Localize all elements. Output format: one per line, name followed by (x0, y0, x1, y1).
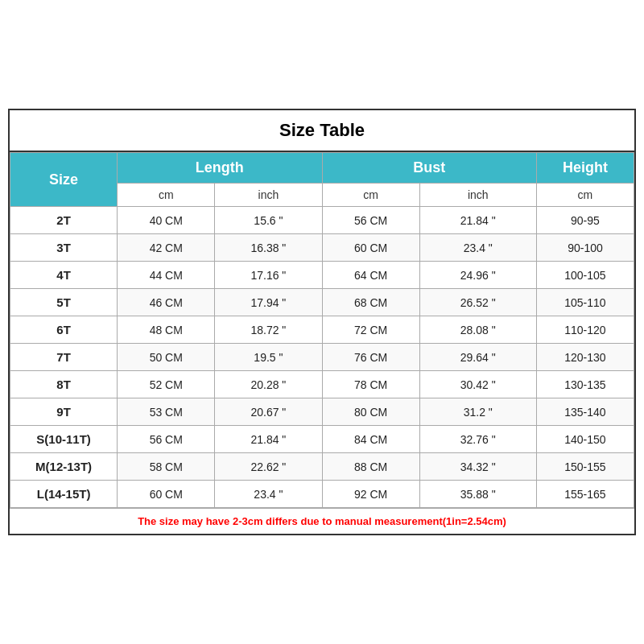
cell-size: 6T (10, 316, 118, 344)
table-row: 4T 44 CM 17.16 " 64 CM 24.96 " 100-105 (10, 262, 634, 289)
header-size: Size (10, 153, 118, 207)
cell-len-cm: 60 CM (118, 481, 215, 508)
table-row: 7T 50 CM 19.5 " 76 CM 29.64 " 120-130 (10, 344, 634, 371)
cell-size: 4T (10, 262, 118, 289)
cell-size: 9T (10, 398, 118, 426)
cell-len-inch: 15.6 " (215, 207, 322, 234)
header-row-1: Size Length Bust Height (10, 153, 634, 184)
cell-bust-inch: 21.84 " (419, 207, 536, 234)
cell-bust-cm: 72 CM (322, 316, 419, 344)
header-bust: Bust (322, 153, 536, 184)
cell-bust-inch: 28.08 " (419, 316, 536, 344)
table-title: Size Table (10, 110, 634, 152)
cell-size: 5T (10, 289, 118, 316)
cell-len-inch: 16.38 " (215, 234, 322, 262)
cell-height: 120-130 (536, 344, 634, 371)
cell-len-inch: 22.62 " (215, 453, 322, 481)
cell-len-cm: 52 CM (118, 371, 215, 398)
table-row: S(10-11T) 56 CM 21.84 " 84 CM 32.76 " 14… (10, 426, 634, 453)
cell-size: S(10-11T) (10, 426, 118, 453)
cell-height: 135-140 (536, 398, 634, 426)
cell-bust-inch: 31.2 " (419, 398, 536, 426)
cell-bust-cm: 64 CM (322, 262, 419, 289)
header-height-cm: cm (536, 184, 634, 207)
cell-len-cm: 40 CM (118, 207, 215, 234)
size-table: Size Length Bust Height cm inch cm inch … (10, 152, 634, 508)
cell-size: M(12-13T) (10, 453, 118, 481)
cell-len-inch: 20.67 " (215, 398, 322, 426)
cell-height: 100-105 (536, 262, 634, 289)
cell-bust-inch: 29.64 " (419, 344, 536, 371)
table-body: 2T 40 CM 15.6 " 56 CM 21.84 " 90-95 3T 4… (10, 207, 634, 508)
cell-height: 130-135 (536, 371, 634, 398)
cell-bust-inch: 23.4 " (419, 234, 536, 262)
table-row: 5T 46 CM 17.94 " 68 CM 26.52 " 105-110 (10, 289, 634, 316)
cell-len-inch: 19.5 " (215, 344, 322, 371)
cell-bust-inch: 34.32 " (419, 453, 536, 481)
cell-height: 110-120 (536, 316, 634, 344)
cell-len-cm: 44 CM (118, 262, 215, 289)
table-row: 2T 40 CM 15.6 " 56 CM 21.84 " 90-95 (10, 207, 634, 234)
cell-height: 90-95 (536, 207, 634, 234)
cell-bust-cm: 92 CM (322, 481, 419, 508)
cell-bust-cm: 56 CM (322, 207, 419, 234)
table-row: L(14-15T) 60 CM 23.4 " 92 CM 35.88 " 155… (10, 481, 634, 508)
cell-len-cm: 53 CM (118, 398, 215, 426)
table-row: 3T 42 CM 16.38 " 60 CM 23.4 " 90-100 (10, 234, 634, 262)
cell-len-inch: 17.16 " (215, 262, 322, 289)
cell-bust-cm: 84 CM (322, 426, 419, 453)
cell-len-inch: 23.4 " (215, 481, 322, 508)
cell-bust-cm: 78 CM (322, 371, 419, 398)
table-row: 8T 52 CM 20.28 " 78 CM 30.42 " 130-135 (10, 371, 634, 398)
cell-bust-inch: 32.76 " (419, 426, 536, 453)
cell-bust-inch: 30.42 " (419, 371, 536, 398)
cell-height: 90-100 (536, 234, 634, 262)
cell-len-cm: 50 CM (118, 344, 215, 371)
footer-note: The size may have 2-3cm differs due to m… (10, 508, 634, 534)
cell-size: 3T (10, 234, 118, 262)
cell-bust-cm: 68 CM (322, 289, 419, 316)
header-length: Length (118, 153, 322, 184)
cell-bust-cm: 80 CM (322, 398, 419, 426)
table-row: 6T 48 CM 18.72 " 72 CM 28.08 " 110-120 (10, 316, 634, 344)
cell-len-inch: 20.28 " (215, 371, 322, 398)
cell-height: 140-150 (536, 426, 634, 453)
header-height: Height (536, 153, 634, 184)
cell-len-inch: 18.72 " (215, 316, 322, 344)
size-table-container: Size Table Size Length Bust Height cm in… (8, 109, 636, 535)
table-row: 9T 53 CM 20.67 " 80 CM 31.2 " 135-140 (10, 398, 634, 426)
cell-size: L(14-15T) (10, 481, 118, 508)
header-length-cm: cm (118, 184, 215, 207)
cell-bust-cm: 76 CM (322, 344, 419, 371)
cell-len-cm: 56 CM (118, 426, 215, 453)
header-bust-cm: cm (322, 184, 419, 207)
cell-bust-cm: 88 CM (322, 453, 419, 481)
cell-height: 155-165 (536, 481, 634, 508)
header-length-inch: inch (215, 184, 322, 207)
cell-size: 2T (10, 207, 118, 234)
cell-len-cm: 58 CM (118, 453, 215, 481)
cell-len-inch: 21.84 " (215, 426, 322, 453)
cell-len-cm: 42 CM (118, 234, 215, 262)
cell-bust-inch: 24.96 " (419, 262, 536, 289)
cell-height: 105-110 (536, 289, 634, 316)
cell-size: 8T (10, 371, 118, 398)
cell-len-cm: 48 CM (118, 316, 215, 344)
cell-len-cm: 46 CM (118, 289, 215, 316)
cell-bust-inch: 35.88 " (419, 481, 536, 508)
header-bust-inch: inch (419, 184, 536, 207)
cell-height: 150-155 (536, 453, 634, 481)
cell-len-inch: 17.94 " (215, 289, 322, 316)
cell-size: 7T (10, 344, 118, 371)
cell-bust-inch: 26.52 " (419, 289, 536, 316)
cell-bust-cm: 60 CM (322, 234, 419, 262)
table-row: M(12-13T) 58 CM 22.62 " 88 CM 34.32 " 15… (10, 453, 634, 481)
